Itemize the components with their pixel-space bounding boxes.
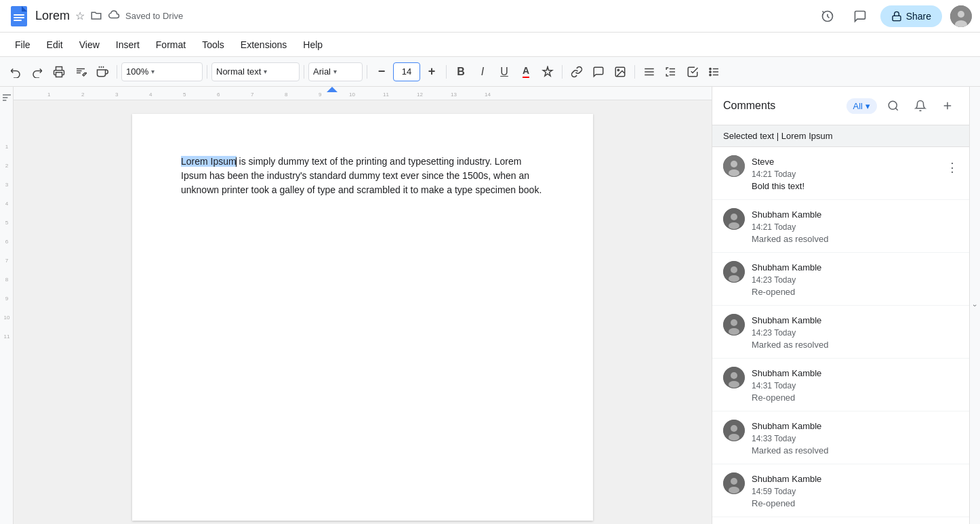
- title-left: Lorem ☆ Saved to Drive: [8, 5, 183, 27]
- bold-button[interactable]: B: [451, 62, 471, 82]
- svg-text:1: 1: [5, 144, 9, 150]
- comment-status: Marked as resolved: [752, 445, 958, 456]
- comment-item: Shubham Kamble 14:31 Today Re-opened: [712, 359, 969, 411]
- comments-actions: All ▾: [846, 95, 958, 117]
- redo-button[interactable]: [27, 62, 47, 82]
- chat-button[interactable]: [848, 4, 872, 28]
- decrease-font-button[interactable]: −: [371, 62, 392, 82]
- text-style-selector[interactable]: Normal text ▾: [211, 62, 300, 81]
- comment-time: 14:59 Today: [752, 487, 796, 496]
- svg-text:11: 11: [383, 92, 389, 98]
- toolbar-divider-1: [117, 65, 117, 79]
- comments-list[interactable]: Steve 14:21 Today ⋮ Bold this text!: [712, 147, 969, 524]
- svg-point-24: [710, 68, 711, 69]
- folder-icon[interactable]: [90, 9, 102, 23]
- comment-item: Shubham Kamble 14:23 Today Re-opened: [712, 253, 969, 306]
- svg-point-67: [729, 222, 739, 229]
- svg-point-7: [958, 11, 964, 18]
- svg-point-76: [729, 381, 739, 388]
- svg-text:3: 3: [5, 182, 9, 188]
- comment-avatar: [723, 472, 745, 494]
- svg-point-25: [710, 70, 711, 72]
- doc-column: 1 2 3 4 5 6 7 8 9 10 11 12 13 14: [14, 87, 712, 524]
- svg-text:10: 10: [4, 315, 10, 321]
- comment-content: Shubham Kamble 14:33 Today Marked as res…: [752, 420, 958, 456]
- font-size-input[interactable]: 14: [393, 62, 420, 81]
- comment-text: Bold this text!: [752, 181, 958, 191]
- svg-point-82: [729, 487, 739, 493]
- top-ruler: 1 2 3 4 5 6 7 8 9 10 11 12 13 14: [14, 87, 712, 100]
- font-selector[interactable]: Arial ▾: [308, 62, 363, 81]
- panel-collapse-button[interactable]: ›: [971, 302, 979, 309]
- menu-tools[interactable]: Tools: [195, 37, 231, 53]
- undo-button[interactable]: [5, 62, 26, 82]
- insert-link-button[interactable]: [567, 62, 587, 82]
- comment-time: 14:21 Today: [752, 169, 796, 179]
- print-button[interactable]: [49, 62, 69, 82]
- svg-point-63: [731, 161, 737, 167]
- svg-text:6: 6: [217, 92, 220, 98]
- comment-author: Shubham Kamble: [752, 209, 821, 220]
- line-spacing-button[interactable]: [661, 62, 681, 82]
- svg-text:11: 11: [4, 334, 10, 340]
- align-button[interactable]: [639, 62, 659, 82]
- toolbar: 100% ▾ Normal text ▾ Arial ▾ − 14 + B I …: [0, 57, 980, 87]
- comment-avatar: [723, 155, 745, 177]
- comments-filter[interactable]: All ▾: [846, 98, 877, 114]
- notifications-button[interactable]: [910, 95, 931, 117]
- search-comments-button[interactable]: [882, 95, 904, 117]
- checklist-button[interactable]: [682, 62, 703, 82]
- svg-text:14: 14: [485, 92, 491, 98]
- svg-text:8: 8: [5, 277, 9, 283]
- comment-content: Shubham Kamble 14:31 Today Re-opened: [752, 367, 958, 403]
- right-edge-tab[interactable]: ›: [969, 87, 980, 524]
- highlighted-text: Lorem Ipsum: [181, 156, 237, 167]
- svg-point-75: [731, 372, 737, 379]
- menu-extensions[interactable]: Extensions: [234, 37, 293, 53]
- comment-more-button[interactable]: ⋮: [946, 160, 958, 175]
- menu-help[interactable]: Help: [296, 37, 329, 53]
- add-comment-button[interactable]: [937, 95, 958, 117]
- user-avatar[interactable]: [950, 5, 972, 27]
- svg-point-81: [731, 478, 737, 485]
- insert-comment-button[interactable]: [588, 62, 609, 82]
- spellcheck-button[interactable]: [70, 62, 91, 82]
- menu-insert[interactable]: Insert: [109, 37, 146, 53]
- outline-toggle[interactable]: [0, 87, 13, 111]
- menu-view[interactable]: View: [73, 37, 106, 53]
- comment-avatar: [723, 367, 745, 388]
- document-page[interactable]: Lorem Ipsum is simply dummy text of the …: [132, 114, 593, 521]
- list-button[interactable]: [704, 62, 724, 82]
- comment-avatar: [723, 420, 745, 441]
- increase-font-button[interactable]: +: [422, 62, 442, 82]
- share-button[interactable]: Share: [880, 5, 942, 27]
- paint-format-button[interactable]: [92, 62, 113, 82]
- menu-file[interactable]: File: [8, 37, 37, 53]
- zoom-selector[interactable]: 100% ▾: [121, 62, 203, 81]
- text-color-button[interactable]: A: [516, 62, 536, 82]
- svg-point-26: [710, 74, 711, 75]
- document-title[interactable]: Lorem: [35, 9, 70, 23]
- star-icon[interactable]: ☆: [75, 9, 85, 22]
- scroll-indicator: •••: [712, 517, 969, 524]
- document-scroll-area[interactable]: Lorem Ipsum is simply dummy text of the …: [14, 100, 712, 524]
- comment-avatar: [723, 261, 745, 283]
- app-icon: [8, 5, 30, 27]
- comment-meta: Shubham Kamble 14:23 Today: [752, 261, 958, 285]
- comments-title: Comments: [723, 100, 775, 112]
- menu-edit[interactable]: Edit: [40, 37, 70, 53]
- insert-image-button[interactable]: [610, 62, 630, 82]
- menu-format[interactable]: Format: [149, 37, 192, 53]
- italic-button[interactable]: I: [472, 62, 493, 82]
- svg-point-78: [731, 425, 737, 432]
- cloud-saved-icon: [108, 9, 120, 23]
- comment-item: Shubham Kamble 14:21 Today Marked as res…: [712, 200, 969, 253]
- comment-time: 14:21 Today: [752, 222, 796, 232]
- document-content[interactable]: Lorem Ipsum is simply dummy text of the …: [181, 155, 544, 197]
- svg-text:9: 9: [319, 92, 322, 98]
- history-button[interactable]: [815, 4, 840, 28]
- comment-item: Shubham Kamble 14:59 Today Re-opened: [712, 464, 969, 517]
- underline-button[interactable]: U: [494, 62, 514, 82]
- svg-point-79: [729, 434, 739, 441]
- highlight-button[interactable]: [537, 62, 558, 82]
